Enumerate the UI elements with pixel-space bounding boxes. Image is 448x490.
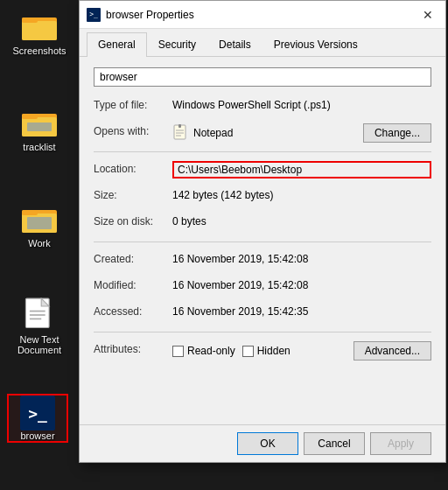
desktop-icon-screenshots-label: Screenshots	[12, 46, 66, 56]
svg-rect-5	[22, 114, 38, 119]
folder-icon-tracklist	[22, 105, 57, 140]
hidden-label: Hidden	[257, 345, 290, 357]
size-row: Size: 142 bytes (142 bytes)	[94, 187, 431, 206]
location-value: C:\Users\Beebom\Desktop	[172, 161, 431, 178]
folder-icon-work	[22, 201, 57, 236]
filename-input[interactable]	[94, 67, 431, 87]
svg-rect-10	[27, 217, 52, 229]
size-on-disk-row: Size on disk: 0 bytes	[94, 214, 431, 233]
cancel-button[interactable]: Cancel	[304, 432, 365, 455]
opens-with-app: Notepad	[193, 127, 233, 139]
svg-rect-2	[22, 18, 38, 23]
hidden-attr: Hidden	[242, 345, 290, 357]
readonly-label: Read-only	[187, 345, 235, 357]
dialog-content: Type of file: Windows PowerShell Script …	[80, 57, 445, 424]
powershell-icon: >_	[20, 396, 55, 430]
desktop-icon-work[interactable]: Work	[9, 201, 70, 248]
desktop: Screenshots tracklist Work New Text Doc	[0, 0, 448, 490]
svg-rect-6	[27, 122, 52, 131]
modified-row: Modified: 16 November 2019, 15:42:08	[94, 277, 431, 297]
dialog-title: browser Properties	[106, 9, 417, 21]
location-row: Location: C:\Users\Beebom\Desktop	[94, 161, 431, 180]
accessed-row: Accessed: 16 November 2019, 15:42:35	[94, 304, 431, 323]
modified-value: 16 November 2019, 15:42:08	[172, 277, 431, 291]
desktop-icon-browser[interactable]: >_ browser	[7, 394, 68, 443]
dialog-icon: >_	[87, 8, 101, 22]
close-button[interactable]: ✕	[417, 4, 438, 25]
title-bar: >_ browser Properties ✕	[80, 1, 445, 29]
type-of-file-value: Windows PowerShell Script (.ps1)	[172, 97, 431, 111]
tab-bar: General Security Details Previous Versio…	[80, 29, 445, 57]
ok-button[interactable]: OK	[237, 432, 298, 455]
divider-2	[94, 242, 431, 242]
attributes-value-row: Read-only Hidden Advanced...	[172, 341, 431, 360]
opens-with-label: Opens with:	[94, 123, 172, 137]
size-on-disk-value: 0 bytes	[172, 214, 431, 228]
apply-button[interactable]: Apply	[370, 432, 431, 455]
type-of-file-row: Type of file: Windows PowerShell Script …	[94, 97, 431, 116]
tab-general[interactable]: General	[87, 32, 147, 57]
created-label: Created:	[94, 251, 172, 265]
divider-3	[94, 332, 431, 332]
desktop-icon-screenshots[interactable]: Screenshots	[9, 9, 70, 56]
modified-label: Modified:	[94, 277, 172, 291]
desktop-icon-newtextdoc[interactable]: New Text Document	[9, 298, 70, 355]
svg-rect-9	[22, 210, 38, 215]
desktop-icon-newtextdoc-label: New Text Document	[9, 334, 70, 355]
desktop-icon-tracklist[interactable]: tracklist	[9, 105, 70, 152]
location-label: Location:	[94, 161, 172, 175]
created-value: 16 November 2019, 15:42:08	[172, 251, 431, 265]
tab-details[interactable]: Details	[207, 32, 262, 56]
created-row: Created: 16 November 2019, 15:42:08	[94, 251, 431, 270]
tab-previous-versions[interactable]: Previous Versions	[262, 32, 369, 56]
tab-security[interactable]: Security	[147, 32, 207, 56]
text-file-icon	[22, 298, 57, 332]
hidden-checkbox[interactable]	[242, 346, 254, 357]
advanced-button[interactable]: Advanced...	[354, 341, 431, 360]
accessed-label: Accessed:	[94, 304, 172, 318]
accessed-value: 16 November 2019, 15:42:35	[172, 304, 431, 318]
attributes-label: Attributes:	[94, 341, 172, 355]
browser-properties-dialog: >_ browser Properties ✕ General Security…	[79, 0, 446, 463]
dialog-footer: OK Cancel Apply	[80, 424, 445, 462]
change-button[interactable]: Change...	[363, 123, 431, 143]
opens-with-row: Opens with: Notepad Change...	[94, 123, 431, 143]
type-of-file-label: Type of file:	[94, 97, 172, 111]
readonly-attr: Read-only	[172, 345, 235, 357]
svg-rect-1	[22, 21, 57, 40]
size-on-disk-label: Size on disk:	[94, 214, 172, 228]
notepad-icon	[172, 124, 190, 142]
desktop-icon-browser-label: browser	[20, 430, 54, 441]
attributes-row: Attributes: Read-only Hidden Advanced...	[94, 341, 431, 360]
opens-with-value-row: Notepad Change...	[172, 123, 431, 143]
divider-1	[94, 151, 431, 152]
size-label: Size:	[94, 187, 172, 201]
svg-rect-17	[178, 124, 181, 128]
desktop-icon-tracklist-label: tracklist	[23, 142, 55, 152]
desktop-icon-work-label: Work	[28, 238, 50, 248]
readonly-checkbox[interactable]	[172, 346, 184, 357]
folder-icon	[22, 9, 57, 44]
size-value: 142 bytes (142 bytes)	[172, 187, 431, 201]
